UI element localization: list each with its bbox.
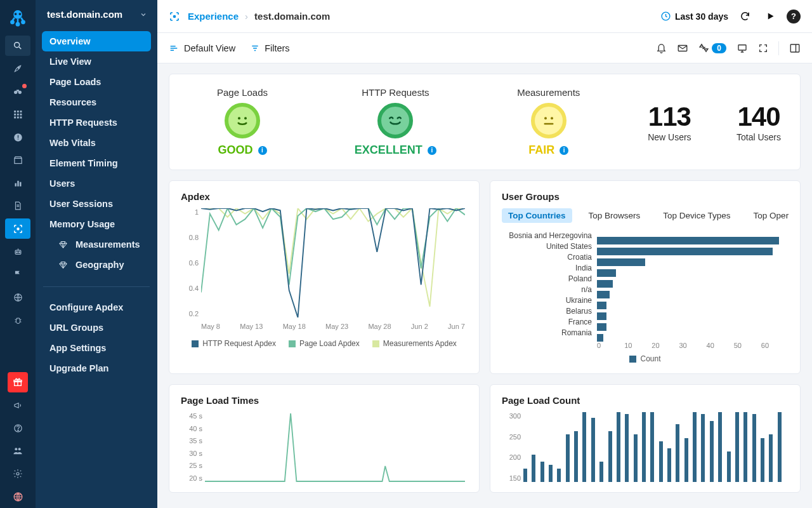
rail-rocket-icon[interactable] bbox=[5, 58, 30, 79]
svg-rect-12 bbox=[17, 110, 19, 112]
country-label: Belarus bbox=[502, 307, 597, 316]
apdex-legend-item[interactable]: HTTP Request Apdex bbox=[192, 339, 276, 348]
rail-team-icon[interactable] bbox=[5, 441, 30, 461]
country-bar-row: Poland bbox=[502, 274, 789, 284]
presentation-icon[interactable] bbox=[737, 43, 748, 54]
usergroups-legend: Count bbox=[502, 354, 789, 363]
svg-rect-21 bbox=[17, 135, 18, 137]
filters-label: Filters bbox=[265, 43, 289, 53]
svg-rect-19 bbox=[20, 117, 22, 119]
rail-settings-icon[interactable] bbox=[5, 464, 30, 484]
sidebar-subitem-geography[interactable]: Geography bbox=[42, 255, 151, 275]
rail-archive-icon[interactable] bbox=[5, 150, 30, 170]
fullscreen-icon[interactable] bbox=[758, 43, 768, 53]
svg-rect-45 bbox=[790, 44, 799, 52]
sidebar-item-user-sessions[interactable]: User Sessions bbox=[42, 194, 151, 214]
country-bar-row: Romania bbox=[502, 328, 789, 338]
tab-top-browsers[interactable]: Top Browsers bbox=[582, 208, 647, 223]
svg-rect-14 bbox=[14, 114, 16, 116]
sidebar-item-app-settings[interactable]: App Settings bbox=[42, 338, 151, 358]
svg-point-29 bbox=[16, 251, 17, 253]
sidebar-item-resources[interactable]: Resources bbox=[42, 92, 151, 112]
sidebar-item-users[interactable]: Users bbox=[42, 173, 151, 194]
play-button[interactable] bbox=[761, 8, 779, 25]
sidebar-item-url-groups[interactable]: URL Groups bbox=[42, 318, 151, 338]
apdex-legend-item[interactable]: Measurements Apdex bbox=[372, 339, 457, 348]
svg-point-7 bbox=[18, 67, 19, 69]
metric-status: FAIR i bbox=[528, 144, 568, 157]
country-label: Ukraine bbox=[502, 296, 597, 305]
svg-rect-16 bbox=[20, 114, 22, 116]
country-label: United States bbox=[502, 242, 597, 251]
rail-document-icon[interactable] bbox=[5, 196, 30, 216]
svg-rect-18 bbox=[17, 117, 19, 119]
summary-card: Page LoadsGOOD iHTTP RequestsEXCELLENT i… bbox=[169, 74, 801, 170]
country-label: India bbox=[502, 264, 597, 272]
country-bar-row: France bbox=[502, 317, 789, 327]
total-users-stat: 140Total Users bbox=[737, 102, 781, 142]
svg-point-30 bbox=[18, 251, 20, 253]
new-users-stat: 113New Users bbox=[648, 102, 691, 142]
sidebar-item-http-requests[interactable]: HTTP Requests bbox=[42, 112, 151, 133]
rail-chart-icon[interactable] bbox=[5, 173, 30, 193]
breadcrumb-section[interactable]: Experience bbox=[188, 11, 239, 22]
sidebar-item-configure-apdex[interactable]: Configure Apdex bbox=[42, 297, 151, 318]
info-icon[interactable]: i bbox=[428, 146, 436, 155]
apdex-legend-item[interactable]: Page Load Apdex bbox=[289, 339, 360, 348]
info-icon[interactable]: i bbox=[560, 146, 568, 155]
metric-http-requests: HTTP RequestsEXCELLENT i bbox=[341, 87, 449, 157]
rail-alert-icon[interactable] bbox=[5, 127, 30, 147]
rail-experience-icon[interactable] bbox=[5, 218, 30, 239]
rail-gift-icon[interactable] bbox=[8, 372, 28, 392]
rail-flag-icon[interactable] bbox=[5, 264, 30, 284]
breadcrumb-separator: › bbox=[245, 11, 248, 22]
filter-icon bbox=[251, 44, 259, 53]
metric-measurements: MeasurementsFAIR i bbox=[495, 87, 603, 157]
refresh-button[interactable] bbox=[736, 8, 754, 25]
svg-point-46 bbox=[238, 117, 240, 119]
rail-search-icon[interactable] bbox=[5, 36, 30, 56]
sidebar-item-element-timing[interactable]: Element Timing bbox=[42, 153, 151, 173]
filters-button[interactable]: Filters bbox=[251, 43, 289, 53]
rail-globe-icon[interactable] bbox=[5, 287, 30, 307]
mail-icon[interactable] bbox=[677, 43, 688, 54]
rail-megaphone-icon[interactable] bbox=[5, 395, 30, 415]
tab-top-operating-systems[interactable]: Top Operating Systems bbox=[747, 208, 789, 223]
country-label: Croatia bbox=[502, 253, 597, 262]
topbar: Experience › test.domain.com Last 30 day… bbox=[157, 0, 812, 33]
help-button[interactable]: ? bbox=[787, 10, 801, 23]
default-view-button[interactable]: Default View bbox=[169, 43, 235, 53]
sidebar-item-page-loads[interactable]: Page Loads bbox=[42, 72, 151, 92]
svg-rect-23 bbox=[14, 158, 21, 163]
tab-top-device-types[interactable]: Top Device Types bbox=[657, 208, 737, 223]
rail-bug-icon[interactable] bbox=[5, 310, 30, 330]
panel-toggle-icon[interactable] bbox=[789, 43, 801, 54]
total-users-label: Total Users bbox=[737, 132, 781, 142]
icon-rail bbox=[0, 0, 36, 508]
metric-status: EXCELLENT i bbox=[355, 144, 436, 157]
timerange-selector[interactable]: Last 30 days bbox=[660, 11, 728, 22]
site-selector[interactable]: test.domain.com bbox=[36, 0, 157, 27]
sidebar-item-upgrade-plan[interactable]: Upgrade Plan bbox=[42, 358, 151, 378]
plc-panel: Page Load Count 300250200150 bbox=[490, 384, 801, 493]
clock-icon bbox=[660, 11, 671, 22]
rail-robot-icon[interactable] bbox=[5, 241, 30, 262]
actionsbar: Default View Filters 0 bbox=[157, 33, 812, 64]
bell-icon[interactable] bbox=[656, 43, 667, 53]
rail-help-icon[interactable] bbox=[5, 418, 30, 438]
rail-binoculars-icon[interactable] bbox=[5, 81, 30, 102]
info-icon[interactable]: i bbox=[258, 146, 267, 155]
sidebar-subitem-measurements[interactable]: Measurements bbox=[42, 234, 151, 255]
product-logo[interactable] bbox=[5, 5, 30, 30]
sidebar-item-overview[interactable]: Overview bbox=[42, 31, 151, 51]
sidebar-item-live-view[interactable]: Live View bbox=[42, 51, 151, 72]
svg-point-49 bbox=[551, 117, 553, 119]
rail-network-icon[interactable] bbox=[5, 486, 30, 507]
sidebar-item-web-vitals[interactable]: Web Vitals bbox=[42, 133, 151, 153]
sidebar-item-memory-usage[interactable]: Memory Usage bbox=[42, 214, 151, 234]
svg-rect-22 bbox=[17, 138, 18, 139]
compare-button[interactable]: 0 bbox=[698, 43, 726, 53]
rail-grid-icon[interactable] bbox=[5, 104, 30, 124]
tab-top-countries[interactable]: Top Countries bbox=[502, 208, 572, 223]
status-face-icon bbox=[377, 103, 413, 138]
